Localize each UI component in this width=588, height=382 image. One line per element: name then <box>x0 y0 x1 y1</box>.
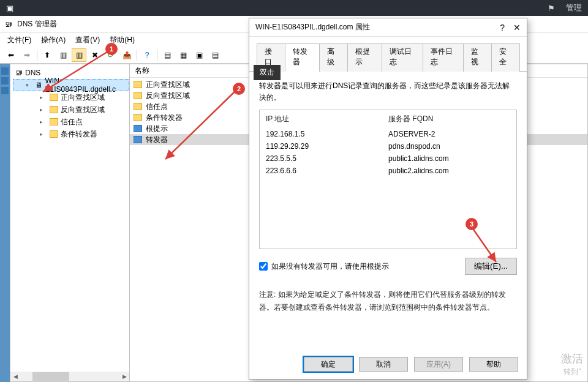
folder-icon <box>134 81 142 88</box>
row-fqdn: ADSERVER-2 <box>388 130 435 138</box>
export-button[interactable]: 📤 <box>119 48 134 62</box>
annotation-badge-3: 3 <box>466 218 478 230</box>
dns-root-icon: 🖳 <box>15 69 23 77</box>
scroll-left-icon[interactable]: ◀ <box>10 372 20 381</box>
forwarder-row[interactable]: 119.29.29.29pdns.dnspod.cn <box>260 140 516 152</box>
tree-reverse-zones[interactable]: ▸ 反向查找区域 <box>13 103 129 116</box>
tree-item-label: 正向查找区域 <box>61 92 105 103</box>
watermark-2: 转到"· <box>564 367 583 377</box>
expander-icon[interactable]: ▸ <box>40 131 47 137</box>
blue-folder-icon <box>134 136 142 143</box>
folder-icon <box>50 130 58 138</box>
list-item-label: 信任点 <box>146 102 168 112</box>
icon-btn-b[interactable]: ▦ <box>176 48 190 62</box>
icon-btn-d[interactable]: ▤ <box>208 48 222 62</box>
help-button[interactable]: ? <box>140 48 154 62</box>
tree-server-node[interactable]: ▾ 🖥 WIN-E1IS0843PIL.dgdell.c <box>13 79 129 91</box>
properties-dialog: WIN-E1IS0843PIL.dgdell.com 属性 ? ✕ 接口 转发器… <box>249 18 527 380</box>
root-hints-row: 如果没有转发器可用，请使用根提示 编辑(E)... <box>259 258 517 275</box>
ok-button[interactable]: 确定 <box>304 357 353 372</box>
separator <box>37 50 37 61</box>
tree-conditional-fwd[interactable]: ▸ 条件转发器 <box>13 128 129 140</box>
tree-item-label: 条件转发器 <box>61 129 97 140</box>
menu-view[interactable]: 查看(V) <box>72 34 104 47</box>
folder-icon <box>134 114 142 121</box>
menu-file[interactable]: 文件(F) <box>4 34 35 47</box>
watermark-1: 激活 <box>561 351 583 366</box>
list-item-label: 反向查找区域 <box>146 91 190 101</box>
tree-pane: 🖳 DNS ▾ 🖥 WIN-E1IS0843PIL.dgdell.c ▸ 正向查… <box>10 64 130 382</box>
dialog-titlebar[interactable]: WIN-E1IS0843PIL.dgdell.com 属性 ? ✕ <box>249 18 527 37</box>
dns-icon: 🖳 <box>5 20 12 29</box>
tree-trust-points[interactable]: ▸ 信任点 <box>13 116 129 128</box>
forwarder-row[interactable]: 223.5.5.5public1.alidns.com <box>260 152 516 165</box>
edit-button[interactable]: 编辑(E)... <box>465 258 517 275</box>
tab-advanced[interactable]: 高级 <box>319 43 348 72</box>
left-dock-strip <box>0 64 10 382</box>
delete-button[interactable]: ✖ <box>88 48 102 62</box>
help-button[interactable]: 帮助 <box>469 357 518 372</box>
row-ip: 119.29.29.29 <box>266 142 388 151</box>
annotation-badge-1: 1 <box>105 43 118 55</box>
tree-item-label: 反向查找区域 <box>61 105 105 115</box>
folder-icon <box>50 94 58 101</box>
close-icon[interactable]: ✕ <box>513 23 521 32</box>
forwarder-row[interactable]: 192.168.1.5ADSERVER-2 <box>260 128 516 140</box>
tree-item-label: 信任点 <box>61 117 83 127</box>
tree-server-label: WIN-E1IS0843PIL.dgdell.c <box>45 77 129 94</box>
col-ip: IP 地址 <box>266 114 388 124</box>
tab-forwarders[interactable]: 转发器 <box>285 43 320 72</box>
double-click-tooltip: 双击 <box>254 65 281 80</box>
up-button[interactable]: ⬆ <box>40 48 55 62</box>
back-button[interactable]: ⬅ <box>4 48 18 62</box>
use-root-hints-checkbox[interactable]: 如果没有转发器可用，请使用根提示 <box>259 261 389 272</box>
app-top-bar: ▣ ⚑ 管理 <box>0 0 588 16</box>
icon-btn-a[interactable]: ▤ <box>160 48 175 62</box>
apply-button[interactable]: 应用(A) <box>414 357 463 372</box>
forwarders-header: IP 地址 服务器 FQDN <box>260 110 516 128</box>
server-icon[interactable]: ▣ <box>6 4 13 13</box>
expander-icon[interactable]: ▸ <box>40 107 47 113</box>
scroll-right-icon[interactable]: ▶ <box>119 372 129 381</box>
tree: 🖳 DNS ▾ 🖥 WIN-E1IS0843PIL.dgdell.c ▸ 正向查… <box>10 64 129 140</box>
expander-icon[interactable]: ▸ <box>40 119 47 125</box>
window-title-text: DNS 管理器 <box>17 19 57 29</box>
folder-icon <box>134 92 142 99</box>
tree-scrollbar[interactable]: ◀ ▶ <box>10 372 129 381</box>
separator <box>157 50 157 61</box>
tab-body: 转发器是可以用来进行DNS记录查询的服务器，而这些纪录是该服务器无法解决的。 I… <box>249 72 527 350</box>
root-hints-check[interactable] <box>259 262 268 271</box>
tab-event-log[interactable]: 事件日志 <box>423 43 464 72</box>
menu-action[interactable]: 操作(A) <box>37 34 69 47</box>
dock-item[interactable] <box>1 87 9 94</box>
forwarders-listbox[interactable]: IP 地址 服务器 FQDN 192.168.1.5ADSERVER-2 119… <box>259 110 517 249</box>
tab-root-hints[interactable]: 根提示 <box>347 43 382 72</box>
dock-item[interactable] <box>1 67 9 75</box>
dock-item[interactable] <box>1 77 9 84</box>
server-icon: 🖥 <box>35 81 42 89</box>
forwarder-row[interactable]: 223.6.6.6public2.alidns.com <box>260 165 516 177</box>
folder-icon <box>134 103 142 110</box>
forward-button[interactable]: ➡ <box>20 48 34 62</box>
tab-debug-log[interactable]: 调试日志 <box>382 43 423 72</box>
tab-monitor[interactable]: 监视 <box>463 43 492 72</box>
scroll-thumb[interactable] <box>32 372 69 381</box>
forwarders-note: 注意: 如果为给定域定义了条件转发器，则将使用它们代替服务器级别的转发器。若要创… <box>259 288 517 313</box>
dialog-title: WIN-E1IS0843PIL.dgdell.com 属性 <box>255 22 370 32</box>
tab-security[interactable]: 安全 <box>491 43 520 72</box>
expander-icon[interactable]: ▸ <box>40 94 47 100</box>
flag-icon[interactable]: ⚑ <box>548 4 555 13</box>
list-item-label: 条件转发器 <box>146 113 183 123</box>
topbar-label[interactable]: 管理 <box>566 2 582 13</box>
icon-btn-c[interactable]: ▣ <box>192 48 206 62</box>
row-fqdn: public1.alidns.com <box>388 154 449 163</box>
properties-button-2[interactable]: ▥ <box>72 48 86 62</box>
dialog-help-icon[interactable]: ? <box>500 23 505 32</box>
list-item-label: 正向查找区域 <box>146 80 190 90</box>
separator <box>137 50 137 61</box>
expander-icon[interactable]: ▾ <box>26 82 32 88</box>
annotation-badge-2: 2 <box>233 83 245 95</box>
show-hide-tree-button[interactable]: ▥ <box>56 48 70 62</box>
column-name: 名称 <box>135 66 149 76</box>
cancel-button[interactable]: 取消 <box>359 357 408 372</box>
